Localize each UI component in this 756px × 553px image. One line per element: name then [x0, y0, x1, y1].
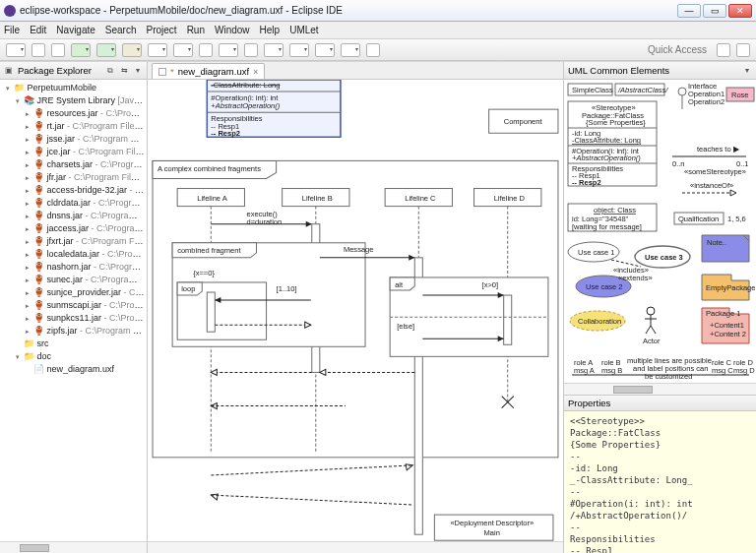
menu-umlet[interactable]: UMLet: [289, 25, 318, 35]
jar-node[interactable]: ▸🏺 jsse.jar - C:\Program Files (x86)\…: [0, 133, 147, 146]
svg-text:+AbstractOperation(): +AbstractOperation(): [572, 154, 641, 162]
project-tree[interactable]: ▾📁 PerpetuumMobile ▾📚 JRE System Library…: [0, 80, 147, 541]
menu-help[interactable]: Help: [260, 25, 281, 35]
open-type-button[interactable]: [199, 43, 213, 57]
menu-window[interactable]: Window: [215, 25, 250, 35]
jar-node[interactable]: ▸🏺 sunmscapi.jar - C:\Program Files (x86…: [0, 299, 147, 312]
toggle-mark-button[interactable]: [244, 43, 258, 57]
svg-text:Lifeline B: Lifeline B: [302, 194, 333, 203]
jar-node[interactable]: ▸🏺 rt.jar - C:\Program Files (x86)\…: [0, 120, 147, 133]
svg-text:{x==0}: {x==0}: [193, 269, 215, 277]
new-class-button[interactable]: [173, 43, 193, 57]
jar-node[interactable]: ▸🏺 cldrdata.jar - C:\Program Files (x86)…: [0, 197, 147, 210]
palette-scrollbar-horizontal[interactable]: [564, 383, 756, 395]
jar-node[interactable]: ▸🏺 charsets.jar - C:\Program Files (x86)…: [0, 158, 147, 171]
properties-text[interactable]: <<Stereotype>> Package::FatClass {Some P…: [564, 411, 756, 553]
minimize-button[interactable]: —: [677, 4, 701, 18]
svg-text:[waiting for message]: [waiting for message]: [572, 222, 642, 231]
new-package-button[interactable]: [148, 43, 167, 57]
main-area: ▣ Package Explorer ⧉ ⇆ ▾ ▾📁 PerpetuumMob…: [0, 61, 756, 553]
svg-text:Note..: Note..: [707, 238, 726, 247]
jar-node[interactable]: ▸🏺 dnsns.jar - C:\Program Files (x86)\…: [0, 210, 147, 222]
jar-node[interactable]: ▸🏺 zipfs.jar - C:\Program Files (x86)\…: [0, 325, 147, 338]
collapse-all-icon[interactable]: ⧉: [105, 66, 115, 76]
maximize-button[interactable]: ▭: [703, 4, 726, 18]
menu-search[interactable]: Search: [105, 25, 137, 35]
svg-text:object: Class: object: Class: [594, 206, 636, 215]
annotation-next-button[interactable]: [264, 43, 284, 57]
svg-text:«extends»: «extends»: [618, 274, 653, 282]
tab-label: new_diagram.uxf: [178, 66, 249, 77]
package-explorer-header: ▣ Package Explorer ⧉ ⇆ ▾: [0, 62, 147, 80]
menu-edit[interactable]: Edit: [30, 25, 46, 35]
src-folder-node[interactable]: 📁 src: [0, 338, 147, 350]
menu-navigate[interactable]: Navigate: [56, 25, 94, 35]
app-icon: [4, 5, 16, 17]
jar-node[interactable]: ▸🏺 access-bridge-32.jar - C:\Program Fil…: [0, 184, 147, 197]
svg-text:[else]: [else]: [397, 322, 414, 331]
palette-dropdown-icon[interactable]: ▾: [742, 66, 752, 76]
run-button[interactable]: [96, 43, 116, 57]
pin-button[interactable]: [366, 43, 380, 57]
svg-text:[x>0]: [x>0]: [482, 280, 499, 289]
project-node[interactable]: ▾📁 PerpetuumMobile: [0, 82, 147, 94]
close-button[interactable]: ✕: [728, 4, 752, 18]
svg-text:teaches to ▶: teaches to ▶: [697, 145, 740, 154]
jar-node[interactable]: ▸🏺 sunec.jar - C:\Program Files (x86)\…: [0, 274, 147, 286]
palette-canvas[interactable]: SimpleClass /AbstractClass/ Interface Op…: [564, 80, 756, 383]
canvas-scrollbar-horizontal[interactable]: [148, 541, 563, 553]
save-all-button[interactable]: [51, 43, 65, 57]
perspective-java-button[interactable]: [717, 43, 730, 57]
menu-file[interactable]: File: [4, 25, 20, 35]
jar-node[interactable]: ▸🏺 jce.jar - C:\Program Files (x86)\…: [0, 146, 147, 158]
svg-text:Lifeline A: Lifeline A: [197, 194, 227, 203]
svg-point-124: [647, 307, 655, 315]
svg-text:+Content 2: +Content 2: [710, 330, 746, 338]
explorer-scrollbar-horizontal[interactable]: [0, 541, 147, 553]
menu-project[interactable]: Project: [147, 25, 177, 35]
debug-button[interactable]: [71, 43, 91, 57]
diagram-canvas[interactable]: -ClassAttribute: Long #Operation(i: int)…: [148, 80, 563, 541]
quick-access[interactable]: Quick Access: [644, 43, 711, 56]
ext-tools-button[interactable]: [122, 43, 142, 57]
new-button[interactable]: [6, 43, 26, 57]
doc-folder-node[interactable]: ▾📁 doc: [0, 350, 147, 363]
jar-node[interactable]: ▸🏺 sunpkcs11.jar - C:\Program Files (x86…: [0, 312, 147, 325]
editor-tabstrip: *new_diagram.uxf ×: [148, 62, 563, 80]
jar-node[interactable]: ▸🏺 jaccess.jar - C:\Program Files (x86)\…: [0, 222, 147, 235]
jar-node[interactable]: ▸🏺 nashorn.jar - C:\Program Files (x86)\…: [0, 261, 147, 274]
svg-text:msg A: msg A: [574, 366, 595, 375]
annotation-prev-button[interactable]: [289, 43, 309, 57]
tab-new-diagram[interactable]: *new_diagram.uxf ×: [152, 63, 265, 79]
back-button[interactable]: [315, 43, 335, 57]
package-explorer-title: Package Explorer: [18, 65, 92, 76]
svg-text:{Some Properties}: {Some Properties}: [586, 118, 646, 127]
svg-point-75: [678, 88, 686, 95]
jar-node[interactable]: ▸🏺 sunjce_provider.jar - C:\Program File…: [0, 286, 147, 299]
svg-text:1, 5,6: 1, 5,6: [727, 215, 746, 223]
menubar: File Edit Navigate Search Project Run Wi…: [0, 22, 756, 39]
search-button[interactable]: [219, 43, 238, 57]
jre-library-node[interactable]: ▾📚 JRE System Library [JavaSE-1.8]: [0, 94, 147, 107]
doc-file-node[interactable]: 📄 new_diagram.uxf: [0, 363, 147, 376]
svg-text:/AbstractClass/: /AbstractClass/: [617, 86, 668, 94]
svg-text:-- Resp2: -- Resp2: [572, 178, 601, 187]
svg-text:SimpleClass: SimpleClass: [572, 86, 613, 94]
svg-text:Collaboration: Collaboration: [578, 317, 621, 326]
forward-button[interactable]: [341, 43, 360, 57]
menu-run[interactable]: Run: [187, 25, 205, 35]
jar-node[interactable]: ▸🏺 localedata.jar - C:\Program Files (x8…: [0, 248, 147, 261]
save-button[interactable]: [32, 43, 45, 57]
link-editor-icon[interactable]: ⇆: [119, 66, 129, 76]
svg-text:Component: Component: [504, 117, 543, 126]
svg-text:0..n: 0..n: [672, 159, 685, 168]
perspective-open-button[interactable]: [736, 43, 750, 57]
svg-line-64: [211, 465, 412, 475]
close-icon[interactable]: ×: [253, 67, 258, 77]
palette-title: UML Common Elements: [568, 65, 669, 76]
svg-text:Operation2: Operation2: [688, 97, 724, 106]
jar-node[interactable]: ▸🏺 jfr.jar - C:\Program Files (x86)\…: [0, 171, 147, 184]
jar-node[interactable]: ▸🏺 jfxrt.jar - C:\Program Files (x86)\…: [0, 235, 147, 248]
view-menu-icon[interactable]: ▾: [133, 66, 143, 76]
jar-node[interactable]: ▸🏺 resources.jar - C:\Program Files (x86…: [0, 107, 147, 120]
